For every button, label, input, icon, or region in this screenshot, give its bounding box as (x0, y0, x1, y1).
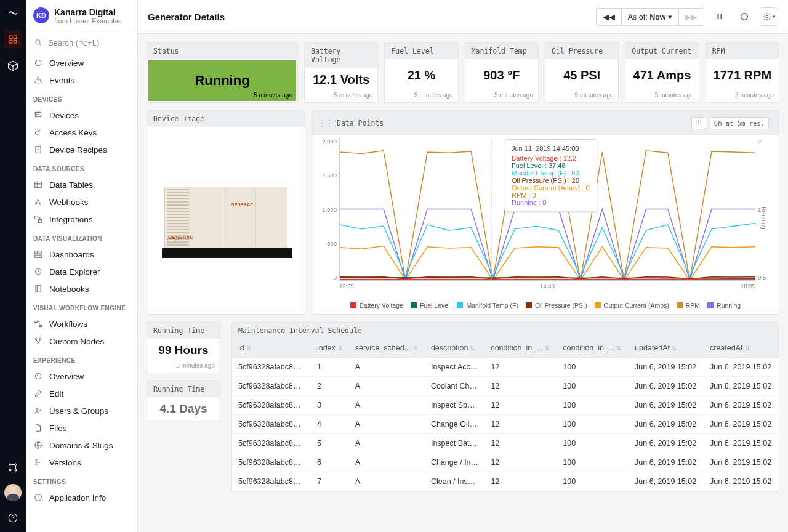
legend-item[interactable]: Running (707, 302, 741, 309)
asof-prefix: As of: (628, 13, 649, 22)
sidebar-item-application-info[interactable]: Application Info (26, 489, 137, 506)
svg-point-29 (35, 338, 36, 339)
running-time-tile-2: Running Time 4.1 Days (147, 381, 220, 421)
sidebar-item-versions[interactable]: Versions (26, 454, 137, 471)
brand-label-2: GENERAC (231, 203, 253, 207)
settings-button[interactable]: ▾ (760, 7, 778, 26)
app-logo-icon[interactable] (6, 6, 20, 20)
table-header[interactable]: condition_in_...⇅ (484, 339, 557, 358)
search-input[interactable]: Search (⌥+L) (26, 31, 137, 54)
sort-icon: ⇅ (616, 345, 621, 352)
table-row[interactable]: 5cf96328afabc800087...6AChange / Insp...… (232, 453, 779, 472)
kpi-tile-battery-voltage: Battery Voltage12.1 Volts5 minutes ago (304, 42, 378, 103)
rail-item-box-icon[interactable] (6, 59, 20, 73)
table-icon (33, 180, 43, 190)
chart-resolution-button[interactable]: 6h at 5m res. (710, 117, 769, 129)
table-cell: Clean / Inspe... (425, 472, 484, 491)
svg-point-43 (698, 122, 700, 124)
sort-icon: ⇅ (672, 345, 677, 352)
maintenance-table: id⇅index⇅service_sched...⇅description⇅co… (232, 339, 779, 491)
chart-plot-area[interactable]: 2,0001,5001,0005000 210.5 Running Jun 11… (318, 138, 773, 298)
table-header[interactable]: description⇅ (425, 339, 484, 358)
sidebar-item-custom-nodes[interactable]: Custom Nodes (26, 332, 137, 350)
table-cell: 5cf96328afabc800087... (232, 415, 311, 434)
sidebar-item-label: Events (49, 76, 74, 85)
table-cell: 100 (557, 396, 629, 415)
svg-point-18 (39, 203, 41, 204)
legend-item[interactable]: Battery Voltage (350, 302, 403, 309)
rail-item-dashboard-icon[interactable] (4, 31, 22, 48)
sidebar-item-access-keys[interactable]: Access Keys (26, 124, 137, 141)
globe-icon (33, 440, 43, 450)
sidebar-item-users-groups[interactable]: Users & Groups (26, 402, 137, 419)
refresh-button[interactable] (735, 7, 754, 26)
table-cell: Jun 6, 2019 15:02 (629, 472, 704, 491)
table-header[interactable]: updatedAt⇅ (629, 339, 704, 358)
nav-section-label: SETTINGS (26, 471, 137, 489)
legend-item[interactable]: RPM (677, 302, 700, 309)
sidebar-item-integrations[interactable]: Integrations (26, 211, 137, 228)
table-header[interactable]: createdAt⇅ (704, 339, 779, 358)
sidebar-item-overview[interactable]: Overview (26, 54, 137, 71)
table-header[interactable]: service_sched...⇅ (349, 339, 425, 358)
drag-handle-icon[interactable]: ⋮⋮ (318, 119, 333, 127)
table-header[interactable]: id⇅ (232, 339, 311, 358)
sidebar-item-device-recipes[interactable]: Device Recipes (26, 141, 137, 158)
legend-item[interactable]: Oil Pressure (PSI) (526, 302, 587, 309)
sidebar-item-domains-slugs[interactable]: Domains & Slugs (26, 437, 137, 454)
sidebar-item-webhooks[interactable]: Webhooks (26, 193, 137, 211)
sidebar-item-notebooks[interactable]: Notebooks (26, 280, 137, 297)
sidebar-item-devices[interactable]: Devices (26, 107, 137, 124)
chart-settings-button[interactable] (691, 117, 706, 129)
table-row[interactable]: 5cf96328afabc800087...1AInspect Acces...… (232, 358, 779, 377)
table-row[interactable]: 5cf96328afabc800087...5AInspect Batter..… (232, 434, 779, 453)
legend-item[interactable]: Manifold Temp (F) (457, 302, 518, 309)
sidebar-item-label: Edit (49, 389, 63, 398)
y-tick: 1,000 (322, 206, 337, 213)
kpi-tile-fuel-level: Fuel Level21 %5 minutes ago (384, 42, 458, 103)
time-asof-button[interactable]: As of: Now ▾ (622, 9, 679, 25)
tooltip-row: Fuel Level : 37.48 (512, 162, 590, 169)
pause-button[interactable] (710, 7, 729, 26)
sidebar-item-edit[interactable]: Edit (26, 385, 137, 402)
time-back-button[interactable]: ◀◀ (597, 9, 622, 25)
table-cell: 100 (557, 358, 629, 377)
sidebar-item-label: Domains & Slugs (49, 441, 113, 450)
table-row[interactable]: 5cf96328afabc800087...4AChange Oil & ...… (232, 415, 779, 434)
svg-point-17 (35, 203, 36, 204)
table-cell: 5cf96328afabc800087... (232, 472, 311, 491)
rail-item-graph-icon[interactable] (6, 461, 20, 474)
sidebar-item-events[interactable]: Events (26, 71, 137, 89)
user-avatar[interactable] (4, 484, 22, 501)
y2-tick: 0.5 (758, 274, 766, 281)
sidebar-item-workflows[interactable]: Workflows (26, 315, 137, 332)
sidebar-item-label: Users & Groups (49, 406, 108, 416)
table-row[interactable]: 5cf96328afabc800087...7AClean / Inspe...… (232, 472, 779, 491)
legend-item[interactable]: Output Current (Amps) (595, 302, 669, 309)
legend-label: Oil Pressure (PSI) (535, 302, 587, 309)
sidebar-item-files[interactable]: Files (26, 419, 137, 437)
svg-point-12 (36, 114, 37, 115)
org-header[interactable]: KD Kanarra Digital from Losant Examples (26, 0, 137, 31)
table-cell: 100 (557, 434, 629, 453)
sidebar-item-data-tables[interactable]: Data Tables (26, 176, 137, 193)
table-row[interactable]: 5cf96328afabc800087...3AInspect Spark ..… (232, 396, 779, 415)
table-row[interactable]: 5cf96328afabc800087...2ACoolant Chan...1… (232, 377, 779, 396)
legend-label: Battery Voltage (360, 302, 403, 309)
y2-tick: 2 (758, 138, 761, 145)
table-cell: 12 (484, 434, 557, 453)
tile-title: Fuel Level (385, 43, 457, 59)
table-header[interactable]: index⇅ (311, 339, 349, 358)
svg-point-13 (38, 114, 38, 115)
sidebar-item-data-explorer[interactable]: Data Explorer (26, 263, 137, 280)
help-icon[interactable] (6, 511, 20, 525)
table-header[interactable]: condition_in_...⇅ (557, 339, 629, 358)
legend-item[interactable]: Fuel Level (411, 302, 449, 309)
org-name: Kanarra Digital (54, 7, 121, 17)
tile-value: 12.1 Volts (313, 73, 369, 87)
table-cell: A (349, 472, 425, 491)
sidebar-item-overview[interactable]: Overview (26, 368, 137, 385)
key-icon (33, 127, 43, 137)
svg-rect-39 (718, 14, 719, 19)
sidebar-item-dashboards[interactable]: Dashboards (26, 246, 137, 263)
